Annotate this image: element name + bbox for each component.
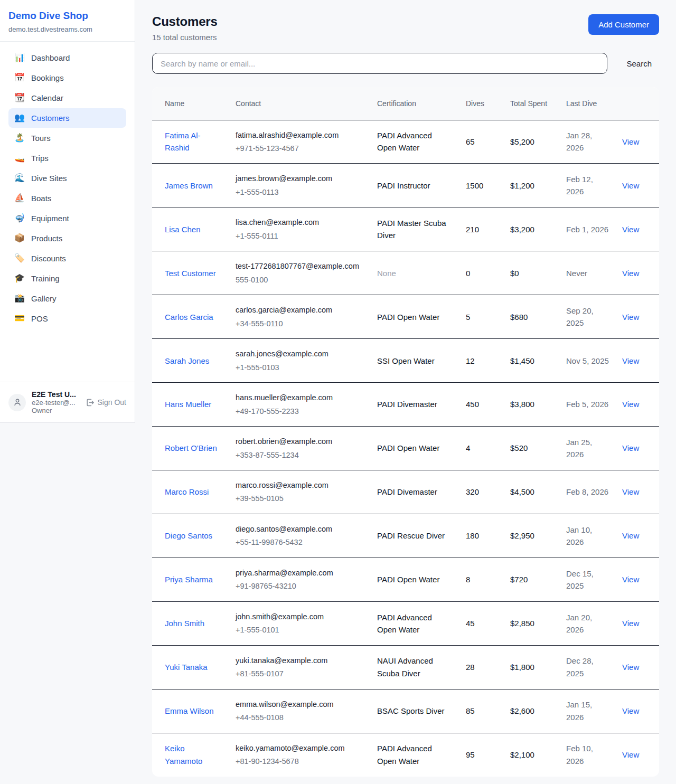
sidebar-item-trips[interactable]: 🚤Trips	[8, 148, 126, 168]
customer-name-link[interactable]: Marco Rossi	[165, 487, 209, 496]
view-customer-link[interactable]: View	[622, 137, 639, 146]
sidebar-item-label: Discounts	[31, 254, 66, 263]
certification-value: PADI Rescue Diver	[377, 531, 445, 540]
view-customer-link[interactable]: View	[622, 531, 639, 540]
sidebar-item-calendar[interactable]: 📆Calendar	[8, 88, 126, 108]
customer-name-cell: Lisa Chen	[152, 207, 229, 251]
dives-cell: 45	[459, 601, 504, 645]
user-email: e2e-tester@...	[32, 399, 80, 407]
table-row: Keiko Yamamotokeiko.yamamoto@example.com…	[152, 733, 659, 776]
view-customer-link[interactable]: View	[622, 487, 639, 496]
sidebar-item-label: Tours	[31, 134, 51, 143]
customer-name-link[interactable]: Lisa Chen	[165, 225, 201, 234]
add-customer-button[interactable]: Add Customer	[588, 14, 659, 35]
column-header-name: Name	[152, 87, 229, 120]
sidebar-item-gallery[interactable]: 📸Gallery	[8, 289, 126, 308]
graduation-cap-icon: 🎓	[14, 274, 24, 282]
certification-value: PADI Divemaster	[377, 487, 437, 496]
table-row: Lisa Chenlisa.chen@example.com+1-555-011…	[152, 207, 659, 251]
search-button[interactable]: Search	[619, 55, 659, 72]
sign-out-label: Sign Out	[98, 398, 126, 407]
table-row: Emma Wilsonemma.wilson@example.com+44-55…	[152, 689, 659, 733]
dives-cell: 1500	[459, 164, 504, 207]
customer-phone: +1-555-0113	[236, 186, 364, 198]
customer-phone: +1-555-0111	[236, 230, 364, 242]
actions-cell: View	[616, 645, 659, 689]
view-customer-link[interactable]: View	[622, 443, 639, 452]
view-customer-link[interactable]: View	[622, 225, 639, 234]
speedboat-icon: 🚤	[14, 154, 24, 162]
dives-cell: 4	[459, 427, 504, 470]
customer-name-link[interactable]: Yuki Tanaka	[165, 663, 208, 672]
view-customer-link[interactable]: View	[622, 269, 639, 278]
customer-name-cell: Hans Mueller	[152, 383, 229, 427]
sidebar-user-panel: E2E Test U... e2e-tester@... Owner Sign …	[0, 382, 135, 422]
page-title: Customers	[152, 14, 218, 29]
customer-name-link[interactable]: Diego Santos	[165, 531, 212, 540]
total-spent-cell: $4,500	[504, 470, 560, 514]
certification-value: PADI Advanced Open Water	[377, 613, 432, 634]
certification-cell: PADI Advanced Open Water	[371, 601, 459, 645]
customer-name-link[interactable]: Sarah Jones	[165, 356, 209, 365]
contact-cell: john.smith@example.com+1-555-0101	[229, 601, 371, 645]
actions-cell: View	[616, 514, 659, 558]
view-customer-link[interactable]: View	[622, 619, 639, 628]
view-customer-link[interactable]: View	[622, 313, 639, 322]
view-customer-link[interactable]: View	[622, 575, 639, 584]
view-customer-link[interactable]: View	[622, 663, 639, 672]
customer-name-link[interactable]: Emma Wilson	[165, 706, 214, 715]
total-spent-cell: $2,950	[504, 514, 560, 558]
sidebar-item-boats[interactable]: ⛵Boats	[8, 188, 126, 208]
view-customer-link[interactable]: View	[622, 356, 639, 365]
sidebar-item-bookings[interactable]: 📅Bookings	[8, 68, 126, 88]
customer-name-link[interactable]: Priya Sharma	[165, 575, 213, 584]
certification-cell: PADI Advanced Open Water	[371, 733, 459, 776]
customer-name-link[interactable]: Robert O'Brien	[165, 443, 217, 452]
customer-name-link[interactable]: James Brown	[165, 181, 213, 190]
customer-name-cell: Robert O'Brien	[152, 427, 229, 470]
column-header-contact: Contact	[229, 87, 371, 120]
contact-cell: keiko.yamamoto@example.com+81-90-1234-56…	[229, 733, 371, 776]
last-dive-cell: Dec 28, 2025	[560, 645, 616, 689]
customer-email: fatima.alrashid@example.com	[236, 129, 364, 141]
customer-phone: +39-555-0105	[236, 493, 364, 504]
customer-name-link[interactable]: Keiko Yamamoto	[165, 744, 202, 765]
view-customer-link[interactable]: View	[622, 400, 639, 409]
customer-email: yuki.tanaka@example.com	[236, 655, 364, 666]
contact-cell: priya.sharma@example.com+91-98765-43210	[229, 558, 371, 601]
people-icon: 👥	[14, 114, 24, 122]
camera-icon: 📸	[14, 294, 24, 303]
customer-name-link[interactable]: Fatima Al-Rashid	[165, 131, 201, 152]
contact-cell: fatima.alrashid@example.com+971-55-123-4…	[229, 120, 371, 164]
sidebar-item-dive-sites[interactable]: 🌊Dive Sites	[8, 168, 126, 188]
last-dive-cell: Feb 1, 2026	[560, 207, 616, 251]
sidebar-item-label: Dive Sites	[31, 174, 67, 183]
customer-name-link[interactable]: Test Customer	[165, 269, 216, 278]
certification-value: PADI Divemaster	[377, 400, 437, 409]
certification-cell: NAUI Advanced Scuba Diver	[371, 645, 459, 689]
certification-cell: PADI Open Water	[371, 427, 459, 470]
sidebar-item-products[interactable]: 📦Products	[8, 229, 126, 248]
view-customer-link[interactable]: View	[622, 750, 639, 759]
sign-out-button[interactable]: Sign Out	[86, 398, 126, 407]
sidebar-item-dashboard[interactable]: 📊Dashboard	[8, 48, 126, 68]
sidebar-item-pos[interactable]: 💳POS	[8, 309, 126, 328]
table-row: Priya Sharmapriya.sharma@example.com+91-…	[152, 558, 659, 601]
customer-name-cell: Fatima Al-Rashid	[152, 120, 229, 164]
contact-cell: diego.santos@example.com+55-11-99876-543…	[229, 514, 371, 558]
customer-name-link[interactable]: Carlos Garcia	[165, 313, 213, 322]
customer-name-link[interactable]: John Smith	[165, 619, 204, 628]
sidebar-item-customers[interactable]: 👥Customers	[8, 108, 126, 128]
tag-icon: 🏷️	[14, 254, 24, 262]
sidebar-item-discounts[interactable]: 🏷️Discounts	[8, 249, 126, 268]
view-customer-link[interactable]: View	[622, 706, 639, 715]
last-dive-cell: Feb 10, 2026	[560, 733, 616, 776]
customer-name-cell: John Smith	[152, 601, 229, 645]
search-input[interactable]	[152, 53, 607, 74]
sidebar-item-tours[interactable]: 🏝️Tours	[8, 128, 126, 148]
sidebar-item-training[interactable]: 🎓Training	[8, 269, 126, 288]
customer-name-link[interactable]: Hans Mueller	[165, 400, 211, 409]
sidebar-item-equipment[interactable]: 🤿Equipment	[8, 209, 126, 228]
last-dive-cell: Jan 20, 2026	[560, 601, 616, 645]
view-customer-link[interactable]: View	[622, 181, 639, 190]
